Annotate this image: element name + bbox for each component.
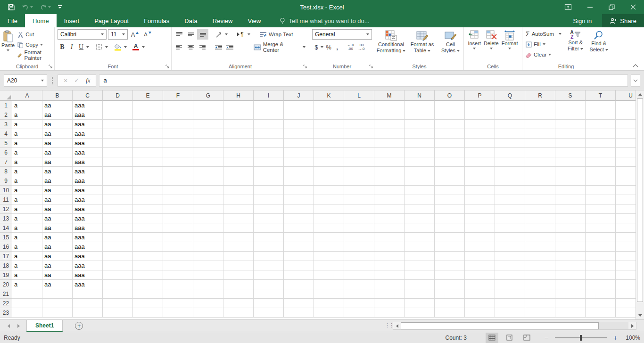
cell-H17[interactable] bbox=[223, 252, 254, 261]
cell-D2[interactable] bbox=[103, 110, 133, 120]
cell-F18[interactable] bbox=[163, 261, 193, 270]
close-icon[interactable] bbox=[622, 0, 644, 14]
increase-font-size-button[interactable]: A bbox=[129, 29, 140, 40]
cell-S10[interactable] bbox=[555, 186, 586, 195]
decrease-indent-button[interactable] bbox=[213, 42, 224, 52]
sheet-tab-sheet1[interactable]: Sheet1 bbox=[26, 320, 63, 332]
row-header-15[interactable]: 15 bbox=[0, 233, 12, 242]
cell-H16[interactable] bbox=[223, 242, 254, 252]
underline-button[interactable]: U bbox=[76, 42, 86, 52]
cell-D1[interactable] bbox=[103, 101, 133, 110]
cell-B7[interactable]: aa bbox=[42, 157, 73, 167]
cell-J3[interactable] bbox=[284, 120, 314, 129]
cell-F1[interactable] bbox=[163, 101, 193, 110]
cell-T23[interactable] bbox=[586, 308, 616, 318]
cell-U14[interactable] bbox=[616, 223, 636, 233]
cell-S7[interactable] bbox=[555, 157, 586, 167]
cell-G11[interactable] bbox=[193, 195, 223, 204]
cell-J6[interactable] bbox=[284, 148, 314, 157]
cell-G8[interactable] bbox=[193, 167, 223, 176]
cell-T15[interactable] bbox=[586, 233, 616, 242]
cell-J21[interactable] bbox=[284, 289, 314, 299]
cell-S12[interactable] bbox=[555, 204, 586, 214]
cell-P3[interactable] bbox=[465, 120, 495, 129]
cell-M9[interactable] bbox=[374, 176, 405, 186]
cell-G10[interactable] bbox=[193, 186, 223, 195]
cell-H5[interactable] bbox=[223, 139, 254, 148]
cell-G3[interactable] bbox=[193, 120, 223, 129]
cell-H12[interactable] bbox=[223, 204, 254, 214]
cell-G7[interactable] bbox=[193, 157, 223, 167]
cell-J13[interactable] bbox=[284, 214, 314, 223]
cell-P20[interactable] bbox=[465, 280, 495, 289]
cell-J17[interactable] bbox=[284, 252, 314, 261]
cell-S19[interactable] bbox=[555, 270, 586, 280]
vertical-scroll-thumb[interactable] bbox=[637, 98, 643, 302]
cell-E23[interactable] bbox=[133, 308, 163, 318]
cell-P13[interactable] bbox=[465, 214, 495, 223]
cell-K11[interactable] bbox=[314, 195, 344, 204]
cell-E15[interactable] bbox=[133, 233, 163, 242]
cell-R17[interactable] bbox=[525, 252, 555, 261]
cell-T8[interactable] bbox=[586, 167, 616, 176]
row-header-20[interactable]: 20 bbox=[0, 280, 12, 289]
cell-R15[interactable] bbox=[525, 233, 555, 242]
cell-G12[interactable] bbox=[193, 204, 223, 214]
cell-M13[interactable] bbox=[374, 214, 405, 223]
cell-B16[interactable]: aa bbox=[42, 242, 73, 252]
cell-I3[interactable] bbox=[254, 120, 284, 129]
cell-J2[interactable] bbox=[284, 110, 314, 120]
cell-J4[interactable] bbox=[284, 129, 314, 139]
row-header-8[interactable]: 8 bbox=[0, 167, 12, 176]
cell-E4[interactable] bbox=[133, 129, 163, 139]
cell-D20[interactable] bbox=[103, 280, 133, 289]
wrap-text-button[interactable]: Wrap Text bbox=[258, 29, 294, 40]
column-header-F[interactable]: F bbox=[163, 90, 193, 101]
cell-I5[interactable] bbox=[254, 139, 284, 148]
column-header-N[interactable]: N bbox=[405, 90, 435, 101]
cell-O23[interactable] bbox=[435, 308, 465, 318]
cell-P6[interactable] bbox=[465, 148, 495, 157]
cell-U21[interactable] bbox=[616, 289, 636, 299]
increase-indent-button[interactable] bbox=[224, 42, 236, 52]
cell-G17[interactable] bbox=[193, 252, 223, 261]
cell-C18[interactable]: aaa bbox=[73, 261, 103, 270]
column-header-S[interactable]: S bbox=[555, 90, 586, 101]
cell-S22[interactable] bbox=[555, 299, 586, 308]
cell-U11[interactable] bbox=[616, 195, 636, 204]
cell-D17[interactable] bbox=[103, 252, 133, 261]
cell-J11[interactable] bbox=[284, 195, 314, 204]
comma-style-button[interactable]: , bbox=[334, 42, 340, 52]
cell-P16[interactable] bbox=[465, 242, 495, 252]
cell-A14[interactable]: a bbox=[12, 223, 42, 233]
cell-H6[interactable] bbox=[223, 148, 254, 157]
cell-A7[interactable]: a bbox=[12, 157, 42, 167]
cell-R10[interactable] bbox=[525, 186, 555, 195]
cell-C7[interactable]: aaa bbox=[73, 157, 103, 167]
collapse-ribbon-icon[interactable] bbox=[633, 64, 638, 67]
cell-S1[interactable] bbox=[555, 101, 586, 110]
cell-A22[interactable] bbox=[12, 299, 42, 308]
cell-L1[interactable] bbox=[344, 101, 374, 110]
cell-K5[interactable] bbox=[314, 139, 344, 148]
accounting-format-button[interactable]: $ bbox=[312, 42, 321, 52]
text-direction-button[interactable]: ¶ bbox=[234, 29, 247, 40]
cell-E3[interactable] bbox=[133, 120, 163, 129]
cell-C19[interactable]: aaa bbox=[73, 270, 103, 280]
cell-Q11[interactable] bbox=[495, 195, 525, 204]
cell-F10[interactable] bbox=[163, 186, 193, 195]
cell-P14[interactable] bbox=[465, 223, 495, 233]
cell-T16[interactable] bbox=[586, 242, 616, 252]
cell-L7[interactable] bbox=[344, 157, 374, 167]
cell-N21[interactable] bbox=[405, 289, 435, 299]
cell-M2[interactable] bbox=[374, 110, 405, 120]
fill-color-dropdown[interactable] bbox=[124, 46, 127, 48]
cell-A16[interactable]: a bbox=[12, 242, 42, 252]
column-header-J[interactable]: J bbox=[284, 90, 314, 101]
column-header-T[interactable]: T bbox=[586, 90, 616, 101]
cell-G2[interactable] bbox=[193, 110, 223, 120]
cell-E17[interactable] bbox=[133, 252, 163, 261]
cell-F19[interactable] bbox=[163, 270, 193, 280]
cell-M14[interactable] bbox=[374, 223, 405, 233]
cell-M7[interactable] bbox=[374, 157, 405, 167]
